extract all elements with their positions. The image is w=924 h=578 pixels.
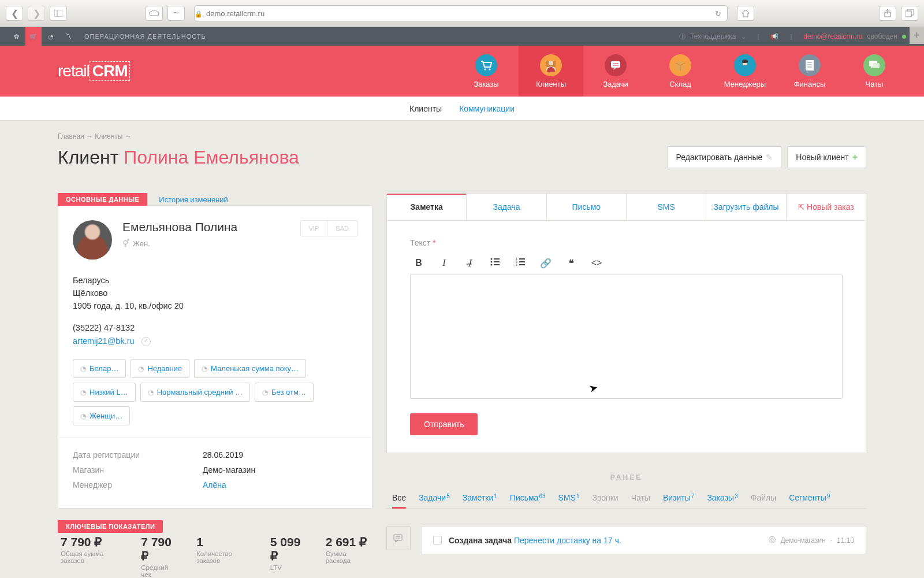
tab-upload[interactable]: Загрузить файлы: [706, 194, 786, 220]
filter-calls[interactable]: Звонки: [592, 493, 618, 502]
tag[interactable]: ◔Недавние: [131, 359, 189, 378]
cart-util-icon[interactable]: 🛒: [25, 27, 42, 46]
breadcrumb: Главная → Клиенты →: [58, 132, 866, 140]
submit-button[interactable]: Отправить: [410, 413, 478, 435]
filter-segments[interactable]: Сегменты9: [789, 493, 830, 502]
tabs-icon: [906, 9, 914, 17]
filter-sms[interactable]: SMS1: [558, 493, 580, 502]
client-country: Беларусь: [73, 276, 357, 285]
nav-managers[interactable]: Менеджеры: [713, 46, 777, 97]
avatar: [73, 220, 112, 260]
filter-chats[interactable]: Чаты: [631, 493, 650, 502]
bad-button[interactable]: BAD: [327, 220, 357, 236]
cloud-button[interactable]: [146, 6, 163, 21]
operations-label: ОПЕРАЦИОННАЯ ДЕЯТЕЛЬНОСТЬ: [84, 33, 206, 40]
nav-clients[interactable]: Клиенты: [519, 46, 583, 97]
timeline-icon: [386, 526, 411, 550]
filter-orders[interactable]: Заказы3: [707, 493, 737, 502]
user-email[interactable]: demo@retailcrm.ru: [803, 32, 862, 40]
history-link[interactable]: История изменений: [159, 195, 228, 204]
tag[interactable]: ◔Маленькая сумма поку…: [194, 359, 306, 378]
svg-text:3: 3: [516, 263, 517, 266]
gear-icon[interactable]: ✿: [8, 27, 24, 46]
tab-sms[interactable]: SMS: [627, 194, 706, 220]
tab-note[interactable]: Заметка: [387, 193, 467, 220]
tab-letter[interactable]: Письмо: [547, 194, 627, 220]
home-button[interactable]: [737, 6, 754, 21]
verified-icon: [141, 337, 151, 346]
reload-icon[interactable]: ↻: [715, 9, 721, 18]
quote-icon[interactable]: ❝: [565, 258, 577, 269]
italic-icon[interactable]: I: [438, 258, 450, 269]
sidebar-toggle[interactable]: [50, 6, 67, 21]
kpi-expense: 2 691 ₽: [326, 535, 370, 549]
strike-icon[interactable]: I̶: [464, 258, 475, 269]
tag[interactable]: ◔Низкий L…: [73, 383, 136, 402]
tab-task[interactable]: Задача: [467, 194, 546, 220]
forward-button[interactable]: ❯: [28, 6, 45, 21]
vip-button[interactable]: VIP: [300, 220, 328, 236]
tag[interactable]: ◔Белар…: [73, 359, 126, 378]
code-icon[interactable]: <>: [591, 258, 602, 269]
client-email[interactable]: artemij21@bk.ru: [73, 336, 135, 346]
filter-letters[interactable]: Письма63: [510, 493, 546, 502]
analytics-icon[interactable]: ◔: [43, 27, 59, 46]
manager-icon: [734, 54, 756, 76]
kpi-ltv: 5 099 ₽: [270, 535, 308, 563]
cloud-icon: [149, 10, 159, 17]
link-icon[interactable]: 🔗: [540, 258, 552, 269]
task-checkbox[interactable]: [433, 536, 442, 544]
address-bar[interactable]: demo.retailcrm.ru ↻: [194, 5, 728, 21]
new-client-button[interactable]: Новый клиент +: [787, 146, 866, 168]
pie-icon: ◔: [80, 388, 86, 397]
logo[interactable]: retailCRM: [58, 61, 130, 81]
filter-tasks[interactable]: Задачи5: [419, 493, 450, 502]
action-tabs: Заметка Задача Письмо SMS Загрузить файл…: [386, 193, 866, 221]
nav-warehouse[interactable]: Склад: [648, 46, 713, 97]
new-tab-button[interactable]: +: [910, 27, 924, 44]
pie-icon: ◔: [202, 365, 207, 373]
client-address: 1905 года, д. 10, кв./офис 20: [73, 301, 357, 310]
help-icon[interactable]: ⓘ: [679, 32, 685, 41]
svg-point-21: [491, 261, 493, 263]
pie-icon: ◔: [138, 365, 144, 373]
filter-all[interactable]: Все: [392, 493, 406, 502]
tag[interactable]: ◔Нормальный средний …: [140, 383, 250, 402]
bullet-list-icon[interactable]: [489, 258, 501, 269]
numbered-list-icon[interactable]: 123: [515, 258, 526, 269]
tag[interactable]: ◔Женщи…: [73, 406, 130, 425]
kpi-tag: КЛЮЧЕВЫЕ ПОКАЗАТЕЛИ: [58, 520, 163, 533]
filter-files[interactable]: Файлы: [751, 493, 776, 502]
nav-finance[interactable]: Финансы: [777, 46, 842, 97]
steam-button[interactable]: ~: [167, 6, 185, 21]
nav-orders[interactable]: Заказы: [454, 46, 519, 97]
nav-chats[interactable]: Чаты: [842, 46, 907, 97]
back-button[interactable]: ❮: [6, 6, 23, 21]
subnav-comm[interactable]: Коммуникации: [459, 104, 515, 113]
megaphone-icon[interactable]: 📢: [770, 33, 778, 40]
shop-value: Демо-магазин: [203, 465, 255, 475]
plus-icon: +: [852, 152, 858, 162]
note-editor[interactable]: [410, 275, 843, 399]
edit-button[interactable]: Редактировать данные ✎: [667, 146, 781, 168]
sep: |: [790, 33, 792, 40]
support-link[interactable]: Техподдержка: [690, 32, 736, 40]
person-icon: [540, 54, 562, 76]
nav-tasks[interactable]: Задачи: [583, 46, 648, 97]
main-data-tag: ОСНОВНЫЕ ДАННЫЕ: [58, 193, 147, 206]
chart-icon[interactable]: 〽: [60, 27, 76, 46]
client-phone: (35222) 47-8132: [73, 323, 357, 332]
filter-notes[interactable]: Заметки1: [463, 493, 497, 502]
manager-value[interactable]: Алёна: [203, 480, 226, 490]
document-icon: [799, 54, 821, 76]
svg-rect-13: [806, 60, 814, 71]
share-button[interactable]: [879, 6, 896, 21]
user-status: свободен: [867, 32, 898, 40]
task-link[interactable]: Перенести доставку на 17 ч.: [514, 536, 621, 545]
subnav-clients[interactable]: Клиенты: [409, 104, 442, 113]
tabs-button[interactable]: [901, 6, 918, 21]
filter-visits[interactable]: Визиты7: [663, 493, 694, 502]
tab-new-order[interactable]: ⇱Новый заказ: [787, 194, 866, 220]
tag[interactable]: ◔Без отм…: [255, 383, 314, 402]
bold-icon[interactable]: B: [413, 258, 424, 269]
